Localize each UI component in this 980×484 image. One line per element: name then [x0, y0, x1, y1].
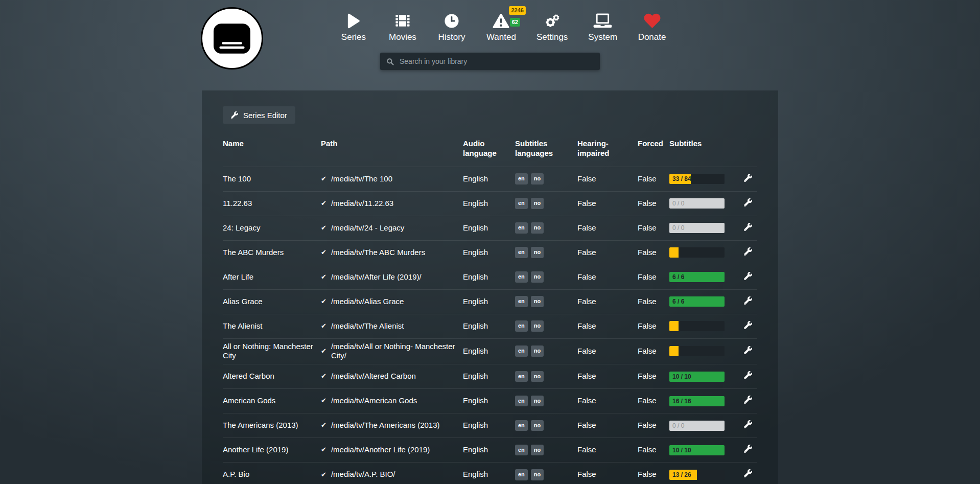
hearing-impaired-value: False: [577, 463, 638, 484]
check-icon: ✔: [321, 248, 326, 257]
row-actions-cell: [742, 338, 757, 364]
audio-language: English: [463, 216, 515, 240]
nav-settings[interactable]: Settings: [536, 11, 568, 42]
series-name[interactable]: The ABC Murders: [223, 240, 321, 265]
series-name[interactable]: After Life: [223, 265, 321, 289]
nav-movies[interactable]: Movies: [388, 11, 417, 42]
hearing-impaired-value: False: [577, 265, 638, 289]
series-name[interactable]: Another Life (2019): [223, 438, 321, 463]
edit-series-wrench-icon[interactable]: [744, 445, 752, 455]
series-path-cell: ✔ /media/tv/Alias Grace: [321, 289, 463, 314]
col-header-subtitles: Subtitles: [669, 139, 742, 167]
series-name[interactable]: The 100: [223, 167, 321, 191]
search-input[interactable]: [399, 57, 594, 66]
row-actions-cell: [742, 463, 757, 484]
edit-series-wrench-icon[interactable]: [744, 223, 752, 234]
series-name[interactable]: American Gods: [223, 389, 321, 413]
subtitle-language-badges: enno: [515, 345, 572, 357]
logo-card-icon: [214, 24, 250, 54]
edit-series-wrench-icon[interactable]: [744, 272, 752, 283]
wrench-icon: [231, 111, 238, 119]
nav-wanted[interactable]: 2246 62 Wanted: [486, 11, 516, 42]
series-name[interactable]: All or Nothing: Manchester City: [223, 338, 321, 364]
forced-value: False: [638, 191, 669, 216]
series-name[interactable]: The Alienist: [223, 314, 321, 338]
edit-series-wrench-icon[interactable]: [744, 321, 752, 332]
subtitles-cell: 16 / 16: [669, 389, 742, 413]
subtitles-progress-fill: [669, 321, 679, 331]
subtitles-cell: 10 / 10: [669, 438, 742, 463]
series-path-text: /media/tv/A.P. BIO/: [331, 470, 395, 479]
subtitle-languages-cell: enno: [515, 364, 577, 389]
forced-value: False: [638, 240, 669, 265]
language-badge: no: [531, 247, 544, 258]
edit-series-wrench-icon[interactable]: [744, 420, 752, 431]
language-badge: no: [531, 420, 544, 431]
subtitle-language-badges: enno: [515, 371, 572, 382]
hearing-impaired-value: False: [577, 413, 638, 438]
audio-language: English: [463, 463, 515, 484]
table-row: Another Life (2019) ✔ /media/tv/Another …: [223, 438, 757, 463]
audio-language: English: [463, 289, 515, 314]
app-logo[interactable]: [201, 7, 263, 70]
series-path-cell: ✔ /media/tv/American Gods: [321, 389, 463, 413]
edit-series-wrench-icon[interactable]: [744, 198, 752, 209]
nav-history[interactable]: History: [437, 11, 466, 42]
subtitles-progress: 0 / 0: [669, 223, 725, 233]
nav-donate-label: Donate: [638, 32, 666, 42]
series-name[interactable]: Altered Carbon: [223, 364, 321, 389]
subtitles-cell: [669, 240, 742, 265]
series-path-cell: ✔ /media/tv/11.22.63: [321, 191, 463, 216]
series-name[interactable]: 24: Legacy: [223, 216, 321, 240]
series-name[interactable]: A.P. Bio: [223, 463, 321, 484]
language-badge: en: [515, 247, 528, 258]
edit-series-wrench-icon[interactable]: [744, 346, 752, 357]
table-header-row: Name Path Audio language Subtitles langu…: [223, 139, 757, 167]
audio-language: English: [463, 413, 515, 438]
subtitle-language-badges: enno: [515, 198, 572, 209]
nav-donate[interactable]: Donate: [638, 11, 666, 42]
subtitle-languages-cell: enno: [515, 289, 577, 314]
language-badge: en: [515, 173, 528, 185]
gears-icon: [545, 11, 560, 29]
hearing-impaired-value: False: [577, 240, 638, 265]
table-row: Altered Carbon ✔ /media/tv/Altered Carbo…: [223, 364, 757, 389]
edit-series-wrench-icon[interactable]: [744, 469, 752, 480]
table-row: 24: Legacy ✔ /media/tv/24 - Legacy Engli…: [223, 216, 757, 240]
subtitle-languages-cell: enno: [515, 191, 577, 216]
forced-value: False: [638, 413, 669, 438]
series-name[interactable]: Alias Grace: [223, 289, 321, 314]
series-name[interactable]: The Americans (2013): [223, 413, 321, 438]
check-icon: ✔: [321, 446, 326, 454]
language-badge: en: [515, 420, 528, 431]
series-editor-button[interactable]: Series Editor: [223, 106, 295, 124]
nav-system[interactable]: System: [588, 11, 617, 42]
subtitles-progress-label: 13 / 26: [672, 470, 691, 480]
subtitles-progress-label: 6 / 6: [672, 296, 684, 307]
audio-language: English: [463, 364, 515, 389]
clock-icon: [444, 11, 459, 29]
table-row: A.P. Bio ✔ /media/tv/A.P. BIO/ English e…: [223, 463, 757, 484]
subtitles-progress: 33 / 84: [669, 174, 725, 184]
series-name[interactable]: 11.22.63: [223, 191, 321, 216]
subtitle-language-badges: enno: [515, 469, 572, 480]
edit-series-wrench-icon[interactable]: [744, 396, 752, 406]
forced-value: False: [638, 216, 669, 240]
search-icon: [386, 58, 394, 65]
edit-series-wrench-icon[interactable]: [744, 296, 752, 307]
laptop-icon: [593, 11, 612, 29]
audio-language: English: [463, 338, 515, 364]
subtitle-language-badges: enno: [515, 222, 572, 234]
heart-icon: [644, 11, 661, 29]
subtitle-languages-cell: enno: [515, 216, 577, 240]
subtitle-languages-cell: enno: [515, 389, 577, 413]
series-path-cell: ✔ /media/tv/Another Life (2019): [321, 438, 463, 463]
film-icon: [395, 11, 410, 29]
edit-series-wrench-icon[interactable]: [744, 371, 752, 382]
series-path-text: /media/tv/Altered Carbon: [331, 372, 416, 381]
hearing-impaired-value: False: [577, 438, 638, 463]
edit-series-wrench-icon[interactable]: [744, 247, 752, 258]
nav-series[interactable]: Series: [339, 11, 368, 42]
edit-series-wrench-icon[interactable]: [744, 174, 752, 185]
series-path-text: /media/tv/After Life (2019)/: [331, 272, 422, 282]
